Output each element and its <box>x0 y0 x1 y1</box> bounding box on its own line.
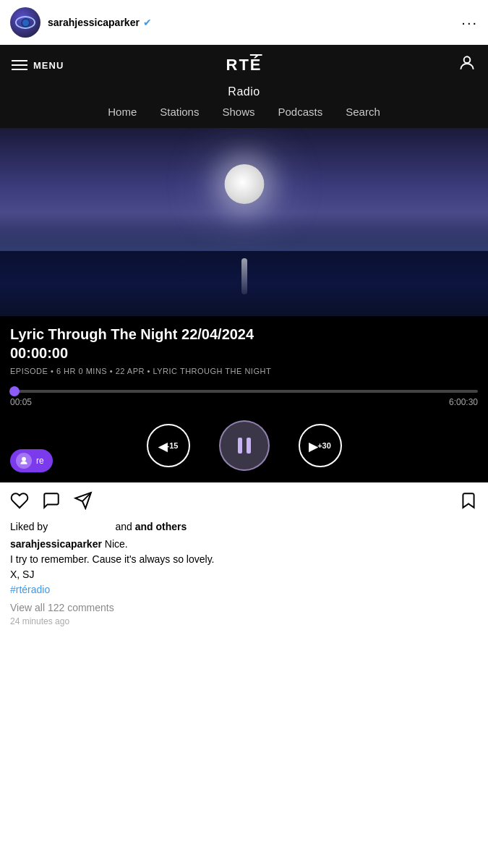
rte-topbar: MENU RTÉ <box>0 45 488 85</box>
total-time: 6:00:30 <box>449 397 478 407</box>
profile-overlay[interactable]: re <box>10 449 53 472</box>
meta-type: EPISODE <box>10 367 48 375</box>
avatar-image <box>15 16 35 29</box>
progress-container[interactable]: 00:05 6:00:30 <box>0 390 488 414</box>
share-button[interactable] <box>74 491 93 515</box>
like-button[interactable] <box>10 491 29 515</box>
episode-info: Lyric Through The Night 22/04/2024 00:00… <box>0 316 488 390</box>
hamburger-icon <box>12 60 27 70</box>
post-timestamp: 24 minutes ago <box>0 616 488 637</box>
profile-overlay-text: re <box>36 456 44 466</box>
nav-search[interactable]: Search <box>334 106 392 118</box>
more-options-button[interactable]: ··· <box>461 14 478 31</box>
rte-logo[interactable]: RTÉ <box>226 56 262 75</box>
nav-stations[interactable]: Stations <box>148 106 210 118</box>
hashtag-link[interactable]: #rtéradio <box>10 584 50 595</box>
rte-container: MENU RTÉ Radio Home Stations Shows Podca… <box>0 45 488 482</box>
current-time: 00:05 <box>10 397 32 407</box>
liked-by-user[interactable] <box>51 521 113 532</box>
liked-by-text: Liked by <box>10 521 48 532</box>
menu-button[interactable]: MENU <box>12 60 64 71</box>
svg-point-1 <box>22 457 26 461</box>
progress-thumb[interactable] <box>9 386 20 396</box>
nav-home[interactable]: Home <box>96 106 148 118</box>
meta-date: 22 APR <box>116 367 145 375</box>
time-row: 00:05 6:00:30 <box>10 397 478 414</box>
post-caption: sarahjessicaparker Nice.I try to remembe… <box>0 537 488 602</box>
meta-show: LYRIC THROUGH THE NIGHT <box>153 367 271 375</box>
nav-shows[interactable]: Shows <box>210 106 266 118</box>
comment-button[interactable] <box>42 491 61 515</box>
left-actions <box>10 491 93 515</box>
pause-icon <box>238 438 251 454</box>
forward-label: +30 <box>317 441 331 450</box>
user-account-icon[interactable] <box>458 54 476 77</box>
episode-time: 00:00:00 <box>10 345 68 361</box>
episode-meta: EPISODE • 6 HR 0 MINS • 22 APR • LYRIC T… <box>10 367 478 375</box>
profile-overlay-icon <box>16 453 32 469</box>
pause-button[interactable] <box>219 420 270 471</box>
nav-podcasts[interactable]: Podcasts <box>267 106 335 118</box>
save-button[interactable] <box>459 491 478 515</box>
view-comments-link[interactable]: View all 122 comments <box>0 602 488 616</box>
likes-row: Liked by and and others <box>0 521 488 537</box>
caption-username[interactable]: sarahjessicaparker <box>10 538 102 550</box>
verified-icon: ✔ <box>143 17 152 28</box>
username[interactable]: sarahjessicaparker <box>48 17 140 28</box>
username-row: sarahjessicaparker ✔ <box>48 17 152 28</box>
player-controls: ◀ -15 ▶ +30 re <box>0 414 488 482</box>
user-info: sarahjessicaparker ✔ <box>10 7 152 38</box>
moon-graphic <box>224 164 264 204</box>
menu-label: MENU <box>33 60 64 71</box>
avatar[interactable] <box>10 7 40 38</box>
progress-bar[interactable] <box>10 390 478 393</box>
post-actions <box>0 482 488 521</box>
water-shimmer <box>241 258 247 294</box>
radio-nav: Radio Home Stations Shows Podcasts Searc… <box>0 85 488 128</box>
instagram-post-header: sarahjessicaparker ✔ ··· <box>0 0 488 45</box>
svg-point-0 <box>464 56 471 63</box>
episode-hero-image <box>0 128 488 316</box>
forward-button[interactable]: ▶ +30 <box>299 424 342 467</box>
radio-nav-links: Home Stations Shows Podcasts Search <box>0 106 488 118</box>
radio-section-title: Radio <box>0 85 488 98</box>
rte-logo-text: RTÉ <box>226 56 262 74</box>
episode-title-text: Lyric Through The Night 22/04/2024 <box>10 326 254 342</box>
rewind-label: -15 <box>167 441 179 450</box>
episode-title: Lyric Through The Night 22/04/2024 00:00… <box>10 325 478 362</box>
rewind-button[interactable]: ◀ -15 <box>147 424 190 467</box>
meta-duration: 6 HR 0 MINS <box>56 367 107 375</box>
and-others-text: and and others <box>116 521 187 532</box>
